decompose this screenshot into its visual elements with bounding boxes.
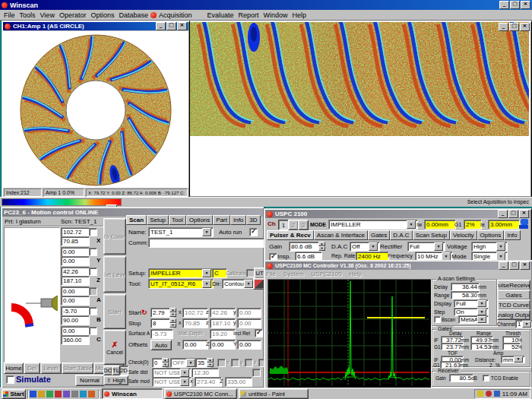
tab-velocity[interactable]: Velocity bbox=[450, 230, 477, 240]
tab-part[interactable]: Part bbox=[213, 215, 230, 225]
gain-field[interactable]: 80.6 dB bbox=[289, 242, 322, 252]
tool-combo[interactable]: UT_IT_0512_R6▼ bbox=[148, 279, 214, 289]
menu-tools[interactable]: Tools bbox=[17, 11, 38, 19]
menu-options[interactable]: Options bbox=[88, 11, 116, 19]
dropdown-arrow-icon[interactable]: ▼ bbox=[477, 316, 486, 323]
mc-close-button[interactable]: × bbox=[520, 261, 530, 270]
menu-file[interactable]: File bbox=[2, 11, 17, 19]
minimize-button[interactable]: _ bbox=[499, 1, 509, 9]
mode-combo[interactable]: IMPELLER▼ bbox=[328, 220, 418, 230]
depth-value[interactable]: 19.20 bbox=[210, 329, 236, 339]
dropdown-arrow-icon[interactable]: ▼ bbox=[180, 378, 189, 386]
mc-minimize-button[interactable]: _ bbox=[499, 261, 508, 270]
impeller-cscan-image[interactable] bbox=[3, 31, 188, 188]
mc-menu-system[interactable]: System bbox=[283, 271, 304, 277]
ie-field[interactable]: 3.00mm bbox=[488, 220, 520, 230]
task-uspc2100[interactable]: USPC2100 MC Conn... bbox=[164, 388, 237, 399]
dropdown-arrow-icon[interactable]: ▼ bbox=[477, 309, 486, 315]
dropdown-arrow-icon[interactable]: ▼ bbox=[407, 220, 416, 229]
channel-3-button[interactable]: 3 bbox=[298, 220, 309, 230]
high-button[interactable]: ⇧ High bbox=[103, 375, 128, 385]
ch1-close-button[interactable]: × bbox=[177, 22, 187, 30]
menu-window[interactable]: Window bbox=[261, 11, 290, 19]
check-v-spinner[interactable]: ▲▼ bbox=[207, 358, 214, 366]
quicklaunch-icon[interactable] bbox=[55, 391, 62, 397]
dropdown-arrow-icon[interactable]: ▼ bbox=[180, 369, 189, 377]
safe-mod-x[interactable]: 273.40 bbox=[195, 377, 222, 387]
tab-gates[interactable]: Gates bbox=[368, 230, 390, 240]
tab-dac[interactable]: D.A.C bbox=[390, 230, 412, 240]
start-table-button[interactable]: Start Table bbox=[62, 363, 93, 374]
quicklaunch-icon[interactable] bbox=[71, 391, 78, 397]
channel-2-button[interactable]: 2 bbox=[288, 220, 299, 230]
mc-maximize-button[interactable]: □ bbox=[509, 261, 519, 270]
del-button[interactable]: Del bbox=[24, 363, 40, 374]
dropdown-arrow-icon[interactable]: ▼ bbox=[514, 356, 523, 363]
start-x[interactable]: 102.72 bbox=[182, 308, 208, 318]
axis-z-pos[interactable]: 42.26 bbox=[63, 268, 78, 275]
axis-c-pos[interactable]: 0.00 bbox=[63, 328, 75, 334]
uspc-close-button[interactable]: × bbox=[519, 210, 529, 218]
menu-report[interactable]: Report bbox=[236, 11, 261, 19]
level-button[interactable]: Level bbox=[40, 363, 62, 374]
dropdown-arrow-icon[interactable]: ▼ bbox=[202, 228, 211, 236]
tab-options[interactable]: Options bbox=[186, 215, 214, 225]
dropdown-arrow-icon[interactable]: ▼ bbox=[496, 242, 505, 251]
distance-combo[interactable]: mm▼ bbox=[501, 356, 525, 363]
ch1-minimize-button[interactable]: _ bbox=[156, 22, 166, 30]
tray-icon[interactable] bbox=[486, 391, 492, 397]
bscan-combo[interactable]: MetaA▼ bbox=[458, 315, 489, 324]
menu-operator[interactable]: Operator bbox=[57, 11, 89, 19]
axis-a-pos[interactable]: 0.00 bbox=[63, 288, 75, 295]
mc-menu-file[interactable]: File bbox=[266, 271, 276, 277]
menu-evaluate[interactable]: Evaluate bbox=[205, 11, 236, 19]
axis-c-target[interactable]: 360.00 bbox=[63, 337, 81, 344]
check-x-checkbox[interactable] bbox=[231, 359, 239, 367]
pulse-receiver-button[interactable]: PulseReceiver bbox=[497, 280, 530, 290]
task-paint[interactable]: untitled - Paint bbox=[239, 388, 309, 399]
check-mode-combo[interactable]: OFF▼ bbox=[170, 358, 198, 368]
strip-minimize-button[interactable]: _ bbox=[499, 23, 508, 31]
menu-database[interactable]: Database bbox=[116, 11, 150, 19]
dropdown-arrow-icon[interactable]: ▼ bbox=[186, 359, 195, 367]
uspc-maximize-button[interactable]: □ bbox=[508, 210, 518, 218]
rectifier-combo[interactable]: Full▼ bbox=[407, 242, 445, 252]
axis-a-target[interactable]: 0.00 bbox=[63, 297, 75, 304]
tab-options[interactable]: Options bbox=[477, 230, 505, 240]
g1-field[interactable]: 2% bbox=[464, 220, 482, 230]
axis-y-checkbox[interactable] bbox=[89, 248, 97, 256]
maximize-button[interactable]: □ bbox=[510, 1, 520, 9]
set-level-button[interactable]: Set Level bbox=[103, 256, 126, 293]
offset-z[interactable]: 0.00 bbox=[210, 340, 236, 350]
dropdown-arrow-icon[interactable]: ▼ bbox=[477, 300, 486, 307]
axis-x-target[interactable]: 70.85 bbox=[63, 238, 78, 245]
to-coord-button[interactable]: To Coord bbox=[103, 218, 126, 255]
stop-x[interactable]: 70.85 bbox=[182, 318, 208, 328]
axis-x-pos[interactable]: 102.72 bbox=[63, 229, 81, 236]
check-spinner[interactable]: ▲▼ bbox=[162, 358, 169, 366]
dropdown-arrow-icon[interactable]: ▼ bbox=[434, 242, 443, 251]
delay-field[interactable]: 36.44 bbox=[451, 283, 480, 291]
menu-help[interactable]: Help bbox=[290, 11, 309, 19]
dropdown-arrow-icon[interactable]: ▼ bbox=[369, 242, 378, 251]
gates-button[interactable]: Gates bbox=[497, 290, 530, 300]
comm-input[interactable] bbox=[148, 238, 265, 248]
quicklaunch-icon[interactable] bbox=[80, 391, 87, 397]
scan-name-combo[interactable]: TEST_1▼ bbox=[148, 227, 214, 237]
offset-y[interactable]: 0.00 bbox=[237, 340, 261, 350]
normal-button[interactable]: Normal bbox=[75, 375, 104, 386]
menu-acquisition[interactable]: Acquisition bbox=[157, 11, 195, 19]
dropdown-arrow-icon[interactable]: ▼ bbox=[202, 280, 211, 288]
start-z[interactable]: 42.26 bbox=[210, 308, 236, 318]
strip-maximize-button[interactable]: □ bbox=[509, 23, 519, 31]
mc-menu-uspc2100[interactable]: USPC2100 bbox=[312, 271, 342, 277]
dropdown-arrow-icon[interactable]: ▼ bbox=[202, 269, 211, 277]
mc-menu-help[interactable]: Help bbox=[350, 271, 362, 277]
iw-field[interactable]: 0.00mm bbox=[424, 220, 456, 230]
incl-ret-checkbox[interactable]: ✓ bbox=[255, 329, 263, 337]
offset-x[interactable]: 0.00 bbox=[182, 340, 208, 350]
strip-close-button[interactable]: × bbox=[520, 23, 530, 31]
stop-spinner[interactable]: ▲▼ bbox=[169, 318, 176, 327]
analog-output-button[interactable]: Analog Output bbox=[497, 309, 530, 320]
tab-info[interactable]: Info bbox=[230, 215, 246, 225]
